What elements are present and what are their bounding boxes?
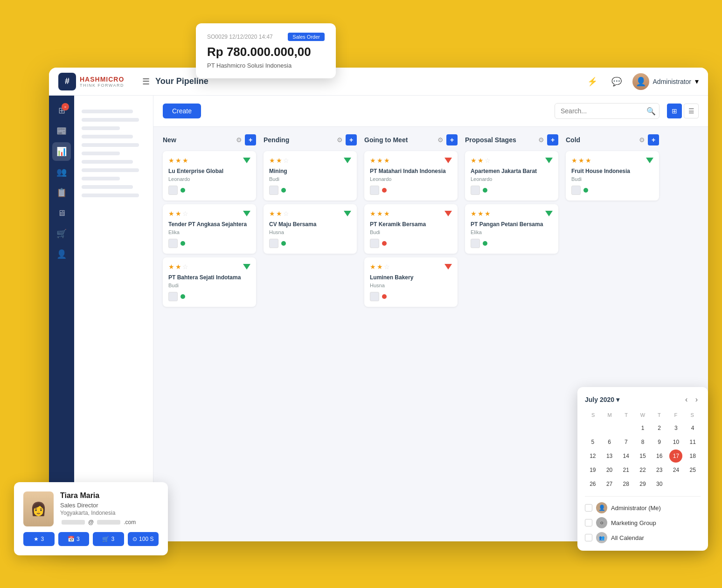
card-footer (168, 239, 250, 248)
calendar-day[interactable]: 9 (653, 436, 666, 449)
calendar-day[interactable]: 20 (603, 463, 616, 477)
star-icon: ★ (182, 157, 188, 164)
nav-line (82, 143, 139, 147)
calendar-day[interactable]: 21 (619, 463, 632, 477)
cal-filter-marketing-group[interactable]: ○ Marketing Group (585, 517, 701, 528)
kanban-card[interactable]: ★★★ Fruit House Indonesia Budi (566, 151, 659, 201)
action-icon: ★ (34, 536, 39, 542)
star-icon: ★ (485, 210, 491, 217)
calendar-day[interactable]: 13 (603, 450, 616, 463)
kanban-add-button[interactable]: + (547, 134, 558, 145)
star-icon: ★ (370, 157, 376, 164)
calendar-day[interactable]: 5 (586, 436, 599, 449)
calendar-day[interactable]: 11 (686, 436, 699, 449)
cal-filter-all-calendar[interactable]: 👥 All Calendar (585, 532, 701, 543)
calendar-day[interactable]: 15 (636, 450, 649, 463)
kanban-card[interactable]: ★★★ Lu Enterprise Global Leonardo (163, 151, 256, 201)
gear-icon[interactable]: ⚙ (236, 136, 242, 144)
calendar-day[interactable]: 12 (586, 450, 599, 463)
prev-month-button[interactable]: ‹ (682, 394, 690, 405)
gear-icon[interactable]: ⚙ (437, 136, 444, 144)
sidebar-item-cart[interactable]: 🛒 (52, 224, 71, 243)
users-icon: 👥 (56, 167, 67, 177)
kanban-add-button[interactable]: + (446, 134, 458, 145)
calendar-day[interactable]: 29 (636, 477, 649, 491)
sidebar-item-screen[interactable]: 🖥 (52, 204, 71, 222)
kanban-card[interactable]: ★★☆ Tender PT Angkasa Sejahtera Elika (163, 204, 256, 254)
calendar-day[interactable]: 26 (586, 477, 599, 491)
gear-icon[interactable]: ⚙ (337, 136, 343, 144)
notification-icon[interactable]: ⚡ (584, 73, 601, 90)
card-footer (370, 186, 452, 195)
calendar-day[interactable]: 7 (619, 436, 632, 449)
calendar-day[interactable]: 19 (586, 463, 599, 477)
kanban-card[interactable]: ★★☆ Mining Budi (264, 151, 357, 201)
next-month-button[interactable]: › (693, 394, 701, 405)
kanban-card[interactable]: ★★☆ CV Maju Bersama Husna (264, 204, 357, 254)
create-button[interactable]: Create (163, 104, 201, 118)
action-label: 3 (111, 536, 114, 542)
calendar-day[interactable]: 27 (603, 477, 616, 491)
kanban-add-button[interactable]: + (346, 134, 357, 145)
chat-icon[interactable]: 💬 (608, 73, 625, 90)
list-view-button[interactable]: ☰ (684, 104, 699, 118)
calendar-days-header: SMTWTFS (585, 410, 701, 420)
user-action-3-button[interactable]: ★3 (23, 532, 55, 546)
sidebar-item-profile[interactable]: 👤 (52, 245, 71, 263)
calendar-day[interactable]: 23 (653, 463, 666, 477)
kanban-card[interactable]: ★★☆ PT Bahtera Sejati Indotama Budi (163, 257, 256, 307)
hamburger-icon[interactable]: ☰ (142, 76, 150, 87)
calendar-day[interactable]: 1 (636, 422, 649, 435)
kanban-add-button[interactable]: + (648, 134, 659, 145)
grid-view-button[interactable]: ⊞ (667, 104, 682, 118)
calendar-day[interactable]: 10 (669, 436, 682, 449)
cal-filter-checkbox[interactable] (585, 519, 592, 526)
gear-icon[interactable]: ⚙ (538, 136, 544, 144)
card-avatar-sm (471, 186, 480, 195)
calendar-day[interactable]: 24 (669, 463, 682, 477)
calendar-day[interactable]: 3 (669, 422, 682, 435)
kanban-add-button[interactable]: + (245, 134, 256, 145)
sidebar-item-home[interactable]: ⊞ » (52, 101, 71, 120)
calendar-day[interactable]: 2 (653, 422, 666, 435)
search-input[interactable] (555, 103, 660, 119)
user-menu[interactable]: 👤 Administrator ▾ (632, 73, 699, 90)
cal-filter-checkbox[interactable] (585, 534, 592, 541)
sidebar-item-docs[interactable]: 📋 (52, 183, 71, 202)
cal-filter-administrator-(me)[interactable]: 👤 Administrator (Me) (585, 502, 701, 513)
star-icon: ★ (377, 263, 383, 270)
star-icon: ★ (471, 157, 477, 164)
kanban-card[interactable]: ★★★ PT Pangan Petani Bersama Elika (465, 204, 558, 254)
sidebar-item-users[interactable]: 👥 (52, 163, 71, 181)
calendar-day[interactable]: 17 (669, 450, 682, 463)
calendar-day[interactable]: 16 (653, 450, 666, 463)
calendar-day[interactable]: 4 (686, 422, 699, 435)
calendar-day[interactable]: 25 (686, 463, 699, 477)
user-action-100 S-button[interactable]: ⊙100 S (128, 532, 159, 546)
sidebar-item-news[interactable]: 📰 (52, 122, 71, 140)
kanban-card[interactable]: ★★☆ Apartemen Jakarta Barat Leonardo (465, 151, 558, 201)
calendar-day[interactable]: 18 (686, 450, 699, 463)
star-icon: ★ (276, 210, 282, 217)
kanban-card[interactable]: ★★★ PT Matahari Indah Indonesia Leonardo (364, 151, 458, 201)
card-avatar-sm (269, 239, 278, 248)
calendar-day[interactable]: 8 (636, 436, 649, 449)
calendar-day[interactable]: 6 (603, 436, 616, 449)
card-avatar-sm (269, 186, 278, 195)
cal-filter-checkbox[interactable] (585, 504, 592, 512)
user-action-3-button[interactable]: 📅3 (58, 532, 90, 546)
calendar-day[interactable]: 14 (619, 450, 632, 463)
sidebar-item-chart[interactable]: 📊 (52, 142, 71, 161)
calendar-day[interactable]: 30 (653, 477, 666, 491)
kanban-card[interactable]: ★★☆ Luminen Bakery Husna (364, 257, 458, 307)
card-stars: ★★☆ (168, 263, 188, 270)
user-action-3-button[interactable]: 🛒3 (93, 532, 124, 546)
card-title: Apartemen Jakarta Barat (471, 168, 553, 174)
calendar-day[interactable]: 28 (619, 477, 632, 491)
gear-icon[interactable]: ⚙ (639, 136, 645, 144)
so-id: SO0029 12/12/2020 14:47 (207, 34, 273, 40)
kanban-card[interactable]: ★★★ PT Keramik Bersama Budi (364, 204, 458, 254)
card-avatar-sm (571, 186, 581, 195)
search-button[interactable]: 🔍 (646, 107, 656, 116)
calendar-day[interactable]: 22 (636, 463, 649, 477)
